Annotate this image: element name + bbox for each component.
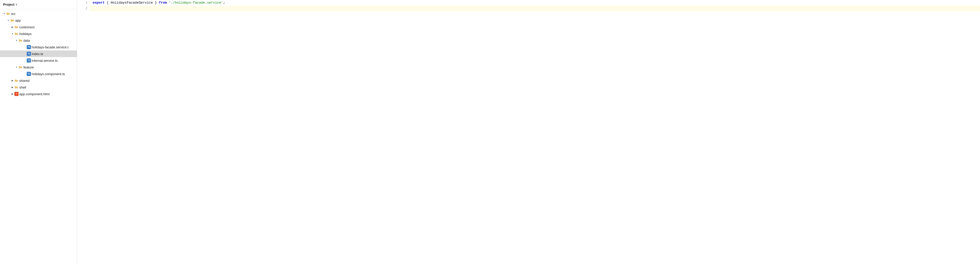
sidebar-item-data[interactable]: data [0, 37, 77, 44]
code-text: ; [223, 1, 225, 5]
sidebar-title: Project [3, 3, 14, 6]
toggle-icon[interactable] [10, 85, 14, 89]
ts-file-icon: TS [27, 59, 31, 62]
ts-file-icon: TS [27, 45, 31, 49]
keyword-from: from [159, 1, 167, 5]
folder-icon [14, 25, 19, 29]
line-number-1: 1 [79, 0, 88, 6]
sidebar-item-customers[interactable]: customers [0, 24, 77, 30]
sidebar-item-label: index.ts [32, 52, 43, 56]
sidebar-item-holidays-facade-service[interactable]: TS holidays-facade.service.t [0, 44, 77, 51]
sidebar-item-internal-service[interactable]: TS internal.service.ts [0, 57, 77, 64]
toggle-icon[interactable] [14, 65, 19, 69]
sidebar-item-label: shared [19, 79, 30, 83]
sidebar-tree: src app [0, 9, 77, 264]
ts-file-icon: TS [27, 52, 31, 56]
sidebar: Project ∨ src [0, 0, 77, 264]
sidebar-item-app[interactable]: app [0, 17, 77, 24]
sidebar-item-label: holidays-facade.service.t [32, 45, 68, 49]
html-file-icon: H [14, 92, 19, 96]
toggle-icon[interactable] [2, 11, 6, 16]
sidebar-chevron-icon[interactable]: ∨ [16, 3, 17, 6]
editor-content[interactable]: 1 2 export { HolidaysFacadeService } fro… [77, 0, 980, 264]
ts-file-icon: TS [27, 72, 31, 76]
sidebar-item-app-component-html[interactable]: H app.component.html [0, 91, 77, 97]
toggle-icon[interactable] [6, 18, 10, 22]
keyword-export: export [92, 1, 105, 5]
folder-icon [6, 11, 10, 16]
toggle-placeholder [22, 45, 27, 49]
sidebar-item-label: internal.service.ts [32, 59, 57, 62]
sidebar-item-label: data [24, 38, 30, 43]
string-literal: './holidays-facade.service' [169, 1, 223, 5]
sidebar-item-label: holidays.component.ts [32, 72, 65, 76]
folder-icon [14, 32, 19, 36]
sidebar-item-label: feature [24, 65, 34, 69]
sidebar-item-src[interactable]: src [0, 10, 77, 17]
folder-icon [10, 18, 14, 22]
sidebar-item-label: app [15, 19, 21, 22]
folder-icon [14, 78, 19, 83]
sidebar-item-index-ts[interactable]: TS index.ts [0, 51, 77, 57]
sidebar-item-shell[interactable]: shell [0, 84, 77, 91]
sidebar-item-holidays[interactable]: holidays [0, 30, 77, 37]
code-line-2 [89, 6, 980, 11]
toggle-placeholder [22, 52, 27, 56]
folder-icon [19, 65, 22, 69]
toggle-icon[interactable] [10, 25, 14, 29]
line-number-2: 2 [79, 6, 88, 11]
sidebar-item-label: holidays [19, 32, 32, 36]
toggle-icon[interactable] [10, 92, 14, 96]
sidebar-item-shared[interactable]: shared [0, 77, 77, 84]
sidebar-item-label: app.component.html [19, 92, 49, 96]
sidebar-item-feature[interactable]: feature [0, 64, 77, 70]
toggle-icon[interactable] [10, 78, 14, 83]
code-text: { HolidaysFacadeService } [105, 1, 159, 5]
folder-icon [19, 38, 22, 43]
toggle-placeholder [22, 72, 27, 76]
toggle-icon[interactable] [14, 38, 19, 43]
sidebar-item-holidays-component[interactable]: TS holidays.component.ts [0, 70, 77, 77]
sidebar-item-label: shell [19, 86, 26, 89]
editor: 1 2 export { HolidaysFacadeService } fro… [77, 0, 980, 264]
code-line-1: export { HolidaysFacadeService } from '.… [89, 0, 980, 6]
sidebar-item-label: src [11, 12, 16, 16]
toggle-icon[interactable] [10, 32, 14, 36]
sidebar-header[interactable]: Project ∨ [0, 0, 77, 9]
sidebar-item-label: customers [19, 25, 35, 29]
line-numbers: 1 2 [77, 0, 89, 264]
toggle-placeholder [22, 59, 27, 62]
code-area[interactable]: export { HolidaysFacadeService } from '.… [89, 0, 980, 264]
folder-icon [14, 85, 19, 89]
